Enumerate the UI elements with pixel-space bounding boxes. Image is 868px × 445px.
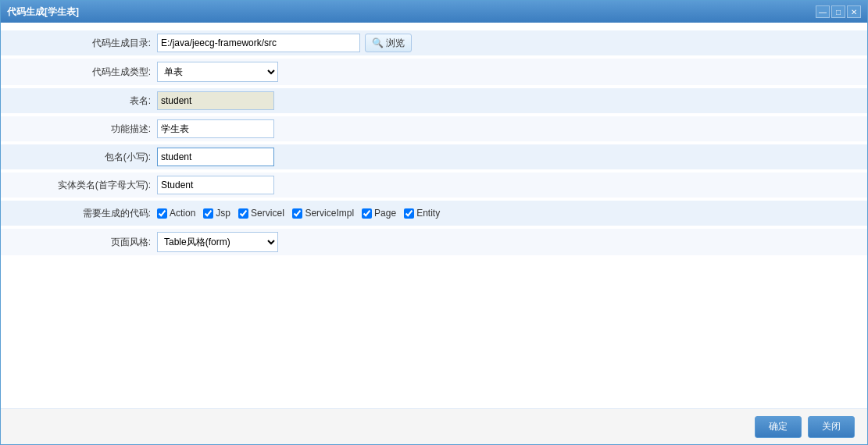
form-row-entity: 实体类名(首字母大写): bbox=[1, 173, 867, 198]
desc-input[interactable] bbox=[157, 119, 274, 138]
dir-controls: 🔍 浏览 bbox=[157, 34, 867, 52]
table-input[interactable] bbox=[157, 91, 274, 110]
checkbox-serviceimpl-item[interactable]: ServiceImpl bbox=[292, 208, 354, 219]
checkbox-servicei-label: ServiceI bbox=[251, 208, 284, 219]
checkbox-action-label: Action bbox=[170, 208, 195, 219]
checkbox-servicei[interactable] bbox=[238, 208, 248, 219]
close-button[interactable]: 关闭 bbox=[808, 416, 855, 438]
form-row-type: 代码生成类型: 单表 主从表 树形表 bbox=[1, 59, 867, 85]
browse-label: 浏览 bbox=[386, 37, 405, 50]
style-controls: Table风格(form) Bootstrap风格 简单风格 bbox=[157, 232, 867, 252]
dir-input[interactable] bbox=[157, 34, 360, 52]
entity-input[interactable] bbox=[157, 176, 274, 194]
checkboxes-group: Action Jsp ServiceI ServiceImpl bbox=[157, 208, 440, 219]
checkbox-action[interactable] bbox=[157, 208, 167, 219]
checkbox-page-item[interactable]: Page bbox=[362, 208, 396, 219]
package-input[interactable] bbox=[157, 148, 274, 166]
checkbox-serviceimpl[interactable] bbox=[292, 208, 302, 219]
package-controls bbox=[157, 148, 867, 166]
checkbox-entity-label: Entity bbox=[416, 208, 440, 219]
window-controls: — □ ✕ bbox=[816, 5, 861, 18]
browse-icon: 🔍 bbox=[372, 37, 384, 48]
type-controls: 单表 主从表 树形表 bbox=[157, 62, 867, 82]
desc-controls bbox=[157, 119, 867, 138]
checkbox-jsp-item[interactable]: Jsp bbox=[203, 208, 230, 219]
form-content: 代码生成目录: 🔍 浏览 代码生成类型: 单表 主从表 树形表 bbox=[1, 23, 867, 408]
confirm-button[interactable]: 确定 bbox=[755, 416, 802, 438]
checkbox-jsp-label: Jsp bbox=[216, 208, 230, 219]
package-label: 包名(小写): bbox=[1, 151, 157, 164]
type-select[interactable]: 单表 主从表 树形表 bbox=[157, 62, 278, 82]
checkbox-servicei-item[interactable]: ServiceI bbox=[238, 208, 284, 219]
form-row-dir: 代码生成目录: 🔍 浏览 bbox=[1, 30, 867, 55]
form-row-package: 包名(小写): bbox=[1, 144, 867, 169]
desc-label: 功能描述: bbox=[1, 123, 157, 136]
codegen-label: 需要生成的代码: bbox=[1, 207, 157, 220]
window-title: 代码生成[学生表] bbox=[7, 5, 79, 19]
entity-controls bbox=[157, 176, 867, 194]
close-window-button[interactable]: ✕ bbox=[847, 5, 861, 18]
form-row-style: 页面风格: Table风格(form) Bootstrap风格 简单风格 bbox=[1, 229, 867, 255]
minimize-button[interactable]: — bbox=[816, 5, 830, 18]
entity-label: 实体类名(首字母大写): bbox=[1, 179, 157, 192]
checkbox-page-label: Page bbox=[374, 208, 396, 219]
title-bar: 代码生成[学生表] — □ ✕ bbox=[1, 1, 867, 23]
style-label: 页面风格: bbox=[1, 236, 157, 249]
codegen-controls: Action Jsp ServiceI ServiceImpl bbox=[157, 208, 867, 219]
checkbox-page[interactable] bbox=[362, 208, 372, 219]
dir-label: 代码生成目录: bbox=[1, 37, 157, 50]
footer: 确定 关闭 bbox=[1, 408, 867, 444]
form-row-desc: 功能描述: bbox=[1, 116, 867, 141]
checkbox-action-item[interactable]: Action bbox=[157, 208, 195, 219]
main-window: 代码生成[学生表] — □ ✕ 代码生成目录: 🔍 浏览 代码生成类型: bbox=[0, 0, 868, 445]
checkbox-serviceimpl-label: ServiceImpl bbox=[305, 208, 354, 219]
checkbox-entity[interactable] bbox=[404, 208, 414, 219]
table-controls bbox=[157, 91, 867, 110]
style-select[interactable]: Table风格(form) Bootstrap风格 简单风格 bbox=[157, 232, 278, 252]
form-row-codegen: 需要生成的代码: Action Jsp ServiceI bbox=[1, 201, 867, 226]
restore-button[interactable]: □ bbox=[831, 5, 845, 18]
type-label: 代码生成类型: bbox=[1, 66, 157, 79]
browse-button[interactable]: 🔍 浏览 bbox=[365, 34, 412, 52]
form-row-table: 表名: bbox=[1, 88, 867, 113]
checkbox-jsp[interactable] bbox=[203, 208, 213, 219]
checkbox-entity-item[interactable]: Entity bbox=[404, 208, 440, 219]
table-label: 表名: bbox=[1, 94, 157, 108]
